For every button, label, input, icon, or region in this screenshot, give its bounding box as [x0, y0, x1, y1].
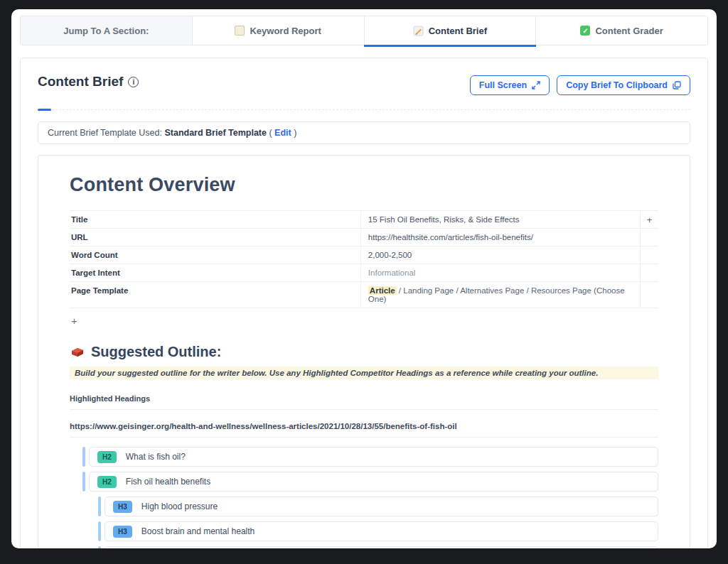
- row-value[interactable]: 15 Fish Oil Benefits, Risks, & Side Effe…: [361, 211, 640, 228]
- row-label: Title: [70, 211, 361, 228]
- copy-brief-label: Copy Brief To Clipboard: [566, 80, 668, 90]
- heading-level-badge: H2: [97, 451, 117, 463]
- outline-accent-bar: [98, 521, 101, 541]
- add-column-button[interactable]: +: [640, 211, 658, 228]
- tab-content-brief-label: Content Brief: [429, 26, 487, 36]
- outline-item[interactable]: H2What is fish oil?: [82, 447, 658, 467]
- suggested-outline-title: Suggested Outline:: [91, 344, 221, 360]
- brick-icon: [70, 345, 85, 359]
- competitor-source-url[interactable]: https://www.geisinger.org/health-and-wel…: [70, 422, 658, 438]
- outline-item[interactable]: H3Boost brain and mental health: [98, 521, 658, 541]
- content-overview-card: Content Overview Title 15 Fish Oil Benef…: [38, 155, 690, 548]
- tab-keyword-report-label: Keyword Report: [250, 26, 321, 36]
- content-brief-panel: Content Brief i Full Screen Copy Brief T…: [20, 58, 708, 548]
- content-overview-title: Content Overview: [70, 174, 658, 196]
- section-tabbar: Jump To A Section: Keyword Report Conten…: [20, 16, 708, 45]
- outline-accent-bar: [98, 546, 101, 548]
- app-window: Jump To A Section: Keyword Report Conten…: [11, 9, 717, 548]
- row-value[interactable]: 2,000-2,500: [361, 246, 640, 264]
- heading-level-badge: H3: [113, 526, 132, 538]
- table-row-target-intent: Target Intent Informational: [70, 264, 658, 282]
- outline-item-text: Fish oil health benefits: [126, 477, 210, 487]
- edit-template-link[interactable]: Edit: [274, 128, 291, 138]
- outline-accent-bar: [82, 472, 85, 492]
- add-row-button[interactable]: +: [71, 315, 81, 327]
- outline-item[interactable]: H2Fish oil health benefits: [82, 472, 658, 492]
- template-name: Standard Brief Template: [164, 128, 267, 138]
- jump-to-section-text: Jump To A Section:: [63, 26, 149, 36]
- outline-accent-bar: [98, 497, 101, 516]
- table-row-page-template: Page Template Article / Landing Page / A…: [70, 282, 658, 308]
- tab-content-brief[interactable]: Content Brief: [365, 16, 537, 45]
- outline-list: H2What is fish oil? H2Fish oil health be…: [70, 447, 658, 548]
- table-row-word-count: Word Count 2,000-2,500: [70, 246, 658, 264]
- check-icon: ✓: [580, 26, 590, 36]
- table-row-title: Title 15 Fish Oil Benefits, Risks, & Sid…: [70, 211, 658, 229]
- memo-pencil-icon: [413, 26, 424, 36]
- jump-to-section-label: Jump To A Section:: [21, 16, 193, 45]
- suggested-outline-heading: Suggested Outline:: [70, 344, 658, 360]
- template-bar-prefix: Current Brief Template Used:: [48, 128, 164, 138]
- tab-content-grader-label: Content Grader: [595, 26, 663, 36]
- row-label: URL: [70, 229, 361, 246]
- full-screen-label: Full Screen: [479, 80, 527, 90]
- outline-instruction: Build your suggested outline for the wri…: [70, 367, 658, 379]
- info-icon[interactable]: i: [128, 77, 139, 87]
- page-title-text: Content Brief: [38, 74, 123, 90]
- row-value[interactable]: https://healthsite.com/articles/fish-oil…: [361, 229, 640, 246]
- table-row-url: URL https://healthsite.com/articles/fish…: [70, 229, 658, 246]
- outline-item-text: High blood pressure: [141, 501, 218, 511]
- row-label: Target Intent: [70, 264, 361, 281]
- outline-item-text: What is fish oil?: [126, 452, 186, 462]
- notepad-icon: [235, 26, 245, 36]
- row-label: Page Template: [70, 282, 361, 308]
- outline-accent-bar: [82, 447, 85, 467]
- row-value[interactable]: Article / Landing Page / Alternatives Pa…: [361, 282, 640, 308]
- outline-item[interactable]: H3High blood pressure: [98, 497, 658, 516]
- section-divider: [38, 109, 690, 110]
- row-label: Word Count: [70, 246, 361, 264]
- row-value[interactable]: Informational: [361, 264, 640, 281]
- copy-icon: [673, 81, 681, 90]
- heading-level-badge: H2: [97, 476, 117, 488]
- highlighted-headings-label: Highlighted Headings: [70, 394, 658, 410]
- tab-keyword-report[interactable]: Keyword Report: [193, 16, 365, 45]
- selected-template-highlight: Article: [368, 286, 397, 295]
- tab-content-grader[interactable]: ✓ Content Grader: [536, 16, 707, 45]
- page-title: Content Brief i: [38, 74, 139, 90]
- outline-item-text: Boost brain and mental health: [141, 526, 255, 536]
- outline-item[interactable]: H3Rheumatoid arthritis: [98, 546, 658, 548]
- full-screen-button[interactable]: Full Screen: [470, 75, 550, 95]
- expand-icon: [532, 81, 540, 90]
- heading-level-badge: H3: [113, 501, 132, 513]
- overview-table: Title 15 Fish Oil Benefits, Risks, & Sid…: [70, 210, 658, 308]
- copy-brief-button[interactable]: Copy Brief To Clipboard: [557, 75, 690, 95]
- template-bar: Current Brief Template Used: Standard Br…: [38, 121, 690, 144]
